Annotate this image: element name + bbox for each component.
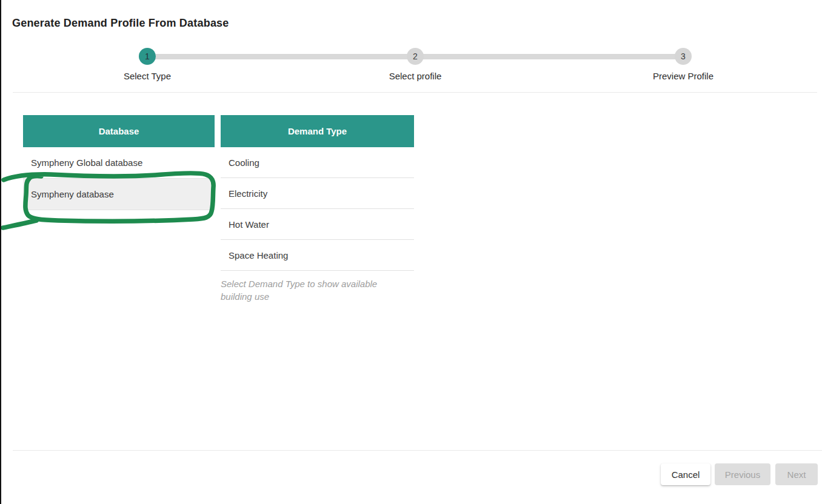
database-table-header: Database	[23, 115, 215, 147]
stepper-step-select-type[interactable]: 1 Select Type	[99, 48, 196, 81]
demand-type-table: Demand Type Cooling Electricity Hot Wate…	[221, 115, 414, 271]
demand-type-hint: Select Demand Type to show available bui…	[221, 277, 403, 303]
database-table: Database Sympheny Global database Symphe…	[23, 115, 215, 210]
step-1-circle[interactable]: 1	[139, 48, 156, 65]
header-divider	[13, 92, 817, 93]
demand-type-row-label: Electricity	[229, 188, 267, 199]
database-row[interactable]: Sympheny database	[23, 179, 215, 210]
footer-divider	[13, 450, 822, 451]
step-2-label: Select profile	[389, 71, 442, 81]
stepper-step-preview-profile[interactable]: 3 Preview Profile	[635, 48, 732, 81]
demand-type-row[interactable]: Electricity	[221, 178, 414, 209]
demand-type-row[interactable]: Hot Water	[221, 209, 414, 240]
generate-demand-profile-dialog: Generate Demand Profile From Database 1 …	[1, 0, 822, 504]
demand-type-row[interactable]: Cooling	[221, 147, 414, 178]
database-row-label: Sympheny Global database	[31, 158, 142, 168]
demand-type-table-body: Cooling Electricity Hot Water Space Heat…	[221, 147, 414, 271]
demand-type-row-label: Hot Water	[229, 219, 269, 230]
demand-type-table-header: Demand Type	[221, 115, 414, 147]
step-3-label: Preview Profile	[653, 71, 713, 81]
cancel-button[interactable]: Cancel	[661, 463, 710, 485]
demand-type-row[interactable]: Space Heating	[221, 240, 414, 271]
database-table-body: Sympheny Global database Sympheny databa…	[23, 147, 215, 210]
demand-type-row-label: Cooling	[229, 158, 259, 168]
step-2-circle[interactable]: 2	[407, 48, 424, 65]
step-1-label: Select Type	[124, 71, 171, 81]
stepper: 1 Select Type 2 Select profile 3 Preview…	[1, 0, 822, 85]
demand-type-row-label: Space Heating	[229, 250, 288, 260]
step-3-circle[interactable]: 3	[675, 48, 692, 65]
database-row[interactable]: Sympheny Global database	[23, 147, 215, 179]
stepper-step-select-profile[interactable]: 2 Select profile	[367, 48, 464, 81]
database-row-label: Sympheny database	[31, 189, 114, 199]
next-button[interactable]: Next	[775, 463, 818, 485]
previous-button[interactable]: Previous	[715, 463, 770, 485]
